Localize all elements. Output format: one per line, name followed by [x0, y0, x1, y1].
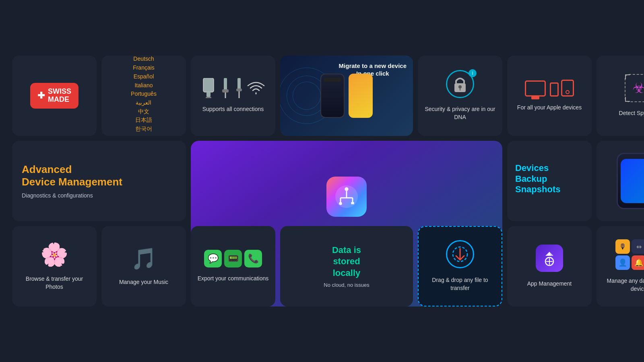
scan-corner-tl	[625, 74, 630, 79]
lang-portugues: Português	[131, 90, 157, 99]
manage-data-label: Manage any data on your device	[603, 277, 644, 293]
swiss-text: SWISSMADE	[48, 88, 71, 104]
adm-title: AdvancedDevice Management	[22, 163, 122, 188]
svg-rect-0	[203, 78, 214, 92]
migrate-phones	[320, 74, 373, 118]
wifi-icon	[247, 79, 265, 97]
photos-label: Browse & transfer your Photos	[19, 275, 90, 291]
mini-app-user: 👤	[615, 255, 630, 270]
card-music: 🎵 Manage your Music	[101, 226, 186, 306]
spyware-label: Detect Spyware	[619, 109, 644, 117]
lightning-cable-icon	[220, 78, 231, 98]
apple-devices-icon	[525, 80, 574, 97]
connection-icons	[201, 78, 265, 98]
app-management-icon	[536, 245, 563, 272]
devices-label: For all your Apple devices	[517, 104, 582, 112]
language-list: English Deutsch Français Español Italian…	[131, 56, 157, 134]
card-app-management: App Management	[507, 226, 592, 306]
lang-espanol: Español	[131, 72, 157, 81]
lang-chinese: 中文	[131, 107, 157, 116]
migrate-title: Migrate to a new device	[339, 62, 407, 70]
music-icon: 🎵	[131, 247, 157, 271]
card-manage-data: 🎙 ⇔ 📋 👤 🔔 📁 Manage any data on your devi…	[597, 226, 644, 306]
svg-rect-4	[222, 89, 229, 93]
device-screen	[621, 159, 644, 203]
imazing-app-icon	[326, 177, 367, 217]
lang-japanese: 日本語	[131, 116, 157, 125]
spyware-scan-icon: ☣	[625, 74, 644, 102]
card-data-local: Data isstoredlocally No cloud, no issues	[280, 226, 413, 306]
drag-drop-label: Drag & drop any file to transfer	[425, 276, 495, 292]
mini-app-merge: ⇔	[632, 239, 644, 254]
phone-colorful	[349, 74, 373, 118]
message-icon: 💬	[204, 250, 222, 267]
usb-power-icon	[201, 78, 216, 98]
card-swiss-made: ✚ SWISSMADE	[12, 56, 97, 136]
svg-rect-19	[351, 202, 354, 204]
scan-corner-bl	[625, 97, 630, 102]
swiss-cross-icon: ✚	[37, 90, 45, 101]
dbs-title: DevicesBackupSnapshots	[515, 163, 560, 195]
data-local-sub: No cloud, no issues	[324, 282, 369, 288]
transfer-arrows-icon	[451, 245, 469, 263]
lock-icon	[452, 75, 468, 93]
svg-rect-3	[224, 78, 227, 90]
tablet-icon	[561, 80, 574, 97]
voicemail-icon: 📟	[224, 250, 242, 267]
card-photos: 🌸 Browse & transfer your Photos	[12, 226, 97, 306]
lock-container: i	[446, 70, 474, 98]
card-device-image	[597, 141, 644, 221]
comms-label: Export your communications	[198, 275, 269, 283]
mini-app-podcast: 🎙	[615, 239, 630, 254]
main-grid: ✚ SWISSMADE English Deutsch Français Esp…	[4, 47, 640, 315]
music-label: Manage your Music	[119, 278, 168, 286]
svg-point-10	[458, 85, 462, 88]
lang-korean: 한국어	[131, 125, 157, 134]
monitor-icon	[525, 80, 546, 97]
card-dbs: DevicesBackupSnapshots	[507, 141, 592, 221]
card-spyware: ☣ Detect Spyware	[597, 56, 644, 136]
phone-icon: 📞	[244, 250, 262, 267]
card-apple-devices: For all your Apple devices	[507, 56, 592, 136]
comms-icons: 💬 📟 📞	[204, 250, 262, 267]
svg-rect-2	[206, 97, 211, 98]
phone-dark	[320, 74, 345, 118]
card-comms: 💬 📟 📞 Export your communications	[191, 226, 275, 306]
card-security: i Security & privacy are in our DNA	[418, 56, 502, 136]
drag-drop-icon-circle	[446, 240, 474, 268]
adm-sub: Diagnostics & configurations	[22, 192, 93, 199]
lang-arabic: العربية	[131, 99, 157, 107]
usbc-cable-icon	[235, 78, 243, 98]
card-connections: Supports all connections	[191, 56, 275, 136]
svg-rect-6	[237, 78, 241, 90]
mini-apps-grid: 🎙 ⇔ 📋 👤 🔔 📁	[615, 239, 644, 270]
photos-icon: 🌸	[40, 241, 68, 268]
info-badge: i	[469, 69, 477, 77]
card-adm: AdvancedDevice Management Diagnostics & …	[12, 141, 186, 221]
lang-deutsch: Deutsch	[131, 56, 157, 64]
svg-rect-7	[236, 88, 242, 91]
connections-label: Supports all connections	[202, 105, 264, 113]
svg-point-13	[345, 187, 348, 191]
svg-point-18	[339, 202, 342, 205]
mini-app-bell: 🔔	[632, 255, 644, 270]
lang-italiano: Italiano	[131, 81, 157, 90]
swiss-badge: ✚ SWISSMADE	[30, 83, 78, 109]
data-local-title: Data isstoredlocally	[332, 245, 361, 279]
lang-francais: Français	[131, 64, 157, 72]
card-migrate: Migrate to a new device In one click	[280, 56, 413, 136]
device-frame	[617, 153, 644, 209]
security-label: Security & privacy are in our DNA	[424, 105, 496, 121]
biohazard-icon: ☣	[632, 80, 644, 97]
phone-icon	[550, 82, 559, 97]
card-languages: English Deutsch Français Español Italian…	[101, 56, 186, 136]
card-drag-drop[interactable]: Drag & drop any file to transfer	[418, 226, 502, 306]
wave-ring-3	[293, 82, 321, 110]
app-store-logo-icon	[541, 249, 558, 267]
svg-rect-1	[206, 92, 211, 97]
imazing-logo-icon	[334, 185, 359, 209]
app-management-label: App Management	[527, 280, 572, 288]
